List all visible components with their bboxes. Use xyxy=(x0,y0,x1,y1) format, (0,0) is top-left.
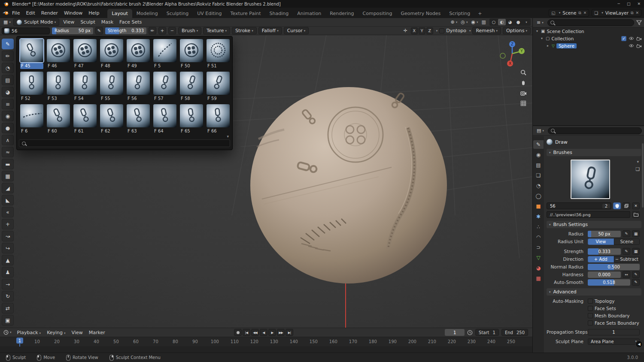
brush-search-input[interactable] xyxy=(0,141,202,146)
outliner-row-scene-collection[interactable]: ▾ ▣ Scene Collection xyxy=(533,27,644,35)
propagation-steps-field[interactable]: 1 xyxy=(588,329,640,335)
duplicate-brush-button[interactable] xyxy=(623,202,630,209)
hardness-pressure-icon[interactable]: ✎ xyxy=(632,271,640,278)
xray-toggle-icon[interactable]: ▥ xyxy=(480,19,488,25)
brush-search-box[interactable] xyxy=(19,139,230,147)
properties-tab-output[interactable]: ▤ xyxy=(533,161,544,169)
editor-type-icon[interactable]: ▦▾ xyxy=(2,19,12,25)
checkbox-topology[interactable] xyxy=(588,299,593,304)
tool-fill-button[interactable]: ▦ xyxy=(2,171,14,181)
preview-options-icon[interactable]: ▾ xyxy=(637,160,639,164)
collection-checkbox[interactable]: ✓ xyxy=(621,36,626,41)
normal-radius-slider[interactable]: 0.500 xyxy=(588,264,640,270)
tool-clay-thumb-button[interactable]: ◕ xyxy=(2,87,14,97)
direction-add-button[interactable]: +Add xyxy=(588,256,614,262)
tool-layer-button[interactable]: ≡ xyxy=(2,99,14,109)
autosmooth-pressure-icon[interactable]: ✎ xyxy=(632,279,640,286)
minimize-button[interactable]: ─ xyxy=(618,2,620,6)
editor-type-icon[interactable]: ▤▾ xyxy=(535,128,546,133)
timeline-ruler[interactable]: 1020304050607080901001101201301401501601… xyxy=(0,337,532,346)
next-keyframe-button[interactable]: ▶▶ xyxy=(277,329,285,336)
properties-tab-scene[interactable]: ◔ xyxy=(533,181,544,190)
viewport-menu-view[interactable]: View xyxy=(60,18,77,26)
brush-f-47[interactable]: F 47 xyxy=(72,38,98,71)
eye-icon[interactable] xyxy=(629,44,634,48)
strength-slider[interactable]: Strength0.333 xyxy=(105,27,146,34)
navigation-gizmo[interactable]: Z Y X xyxy=(497,39,527,69)
expand-icon[interactable]: ▸ xyxy=(546,44,550,48)
brush-f-51[interactable]: F 51 xyxy=(205,38,231,71)
tool-slide-relax-button[interactable]: ⇄ xyxy=(2,303,14,314)
menu-window[interactable]: Window xyxy=(61,9,85,17)
workspace-tab-texture-paint[interactable]: Texture Paint xyxy=(226,9,265,18)
checkbox-face-sets[interactable] xyxy=(588,306,593,311)
brush-f-64[interactable]: F 64 xyxy=(152,103,178,136)
remove-viewlayer-icon[interactable]: ✕ xyxy=(635,11,639,15)
workspace-tab-animation[interactable]: Animation xyxy=(293,9,325,18)
move-view-button[interactable] xyxy=(519,78,528,87)
properties-tab-texture[interactable]: ▦ xyxy=(533,274,544,283)
properties-search[interactable] xyxy=(548,127,642,134)
shading-material-icon[interactable]: ◕ xyxy=(506,19,514,25)
properties-tab-render[interactable]: ◉ xyxy=(533,151,544,159)
section-brushes[interactable]: ▾ Brushes xyxy=(547,149,641,156)
strength-slider[interactable]: 0.333 xyxy=(588,248,621,255)
gizmo-neg-y-axis[interactable] xyxy=(500,53,505,58)
mirror-z-toggle[interactable]: Z xyxy=(426,27,433,34)
properties-tab-object-data[interactable]: ▽ xyxy=(533,253,544,262)
radius-pressure-icon[interactable]: ✎ xyxy=(623,230,630,237)
unified-radius-icon[interactable]: ▦ xyxy=(632,230,640,237)
add-workspace-button[interactable]: + xyxy=(474,9,485,18)
scroll-more-icon[interactable]: ▾ xyxy=(227,134,229,139)
radius-slider[interactable]: Radius50 px xyxy=(52,27,93,34)
menu-render[interactable]: Render xyxy=(38,9,61,17)
brush-f-56[interactable]: F 56 xyxy=(125,71,152,103)
shading-wireframe-icon[interactable]: ○ xyxy=(490,19,498,25)
properties-tab-physics[interactable]: ◠ xyxy=(533,233,544,241)
properties-tab-tool[interactable]: ✎ xyxy=(533,140,544,149)
workspace-tab-layout[interactable]: Layout xyxy=(107,9,132,18)
brush-f-48[interactable]: F 48 xyxy=(98,38,125,71)
mirror-x-toggle[interactable]: X xyxy=(411,27,418,34)
brush-f-46[interactable]: F 46 xyxy=(45,38,72,71)
tool-draw-button[interactable]: ✎ xyxy=(2,39,14,49)
brush-f-66[interactable]: F 66 xyxy=(205,103,231,136)
menu-help[interactable]: Help xyxy=(85,9,102,17)
autosmooth-slider[interactable]: 0.518 xyxy=(588,279,630,286)
viewport-menu-sculpt[interactable]: Sculpt xyxy=(77,18,98,26)
previous-keyframe-button[interactable]: ◀◀ xyxy=(251,329,259,336)
jump-to-start-button[interactable]: |◀ xyxy=(243,329,250,336)
brush-f-6[interactable]: F 6 xyxy=(18,103,45,136)
outliner-search[interactable] xyxy=(547,19,634,26)
brush-dropdown[interactable]: Brush▾ xyxy=(178,27,201,34)
unlink-brush-button[interactable]: ✕ xyxy=(632,202,640,209)
radius-pressure-icon[interactable]: ✎ xyxy=(95,27,103,34)
strength-pressure-icon[interactable]: ✏ xyxy=(149,27,156,34)
brush-id-field[interactable]: 56 2 xyxy=(547,202,611,209)
add-mode-button[interactable]: + xyxy=(158,27,166,34)
current-frame-field[interactable]: 1 xyxy=(445,329,465,336)
brush-f-45[interactable]: F 45 xyxy=(18,38,45,71)
shading-solid-icon[interactable]: ◐ xyxy=(498,19,506,25)
workspace-tab-compositing[interactable]: Compositing xyxy=(358,9,397,18)
tool-clay-button[interactable]: ◔ xyxy=(2,63,14,73)
properties-search-input[interactable] xyxy=(557,128,639,133)
active-brush-field[interactable]: 56 xyxy=(2,27,50,34)
brush-f-58[interactable]: F 58 xyxy=(178,71,205,103)
mode-selector[interactable]: Sculpt Mode▾ xyxy=(13,18,59,26)
workspace-tab-uv-editing[interactable]: UV Editing xyxy=(193,9,226,18)
direction-subtract-button[interactable]: −Subtract xyxy=(614,256,640,262)
sculpt-plane-dropdown[interactable]: Area Plane▾ xyxy=(588,338,640,345)
expand-icon[interactable]: ▾ xyxy=(540,36,544,40)
unlink-scene-icon[interactable]: ✕ xyxy=(583,11,587,15)
overlays-icon[interactable]: ◉▾ xyxy=(469,19,480,25)
fake-user-shield-button[interactable] xyxy=(613,202,621,209)
radius-unit-view-button[interactable]: View xyxy=(588,238,614,245)
outliner-search-input[interactable] xyxy=(556,20,631,25)
preview-image-icon[interactable]: ❏ xyxy=(635,166,640,172)
brush-f-60[interactable]: F 60 xyxy=(45,103,72,136)
outliner-row-sphere[interactable]: ▸ ▽ Sphere xyxy=(533,42,644,49)
brush-f-50[interactable]: F 50 xyxy=(178,38,205,71)
brush-f-49[interactable]: F 49 xyxy=(125,38,152,71)
tool-multi-plane-scrape-button[interactable]: ◣ xyxy=(2,195,14,205)
